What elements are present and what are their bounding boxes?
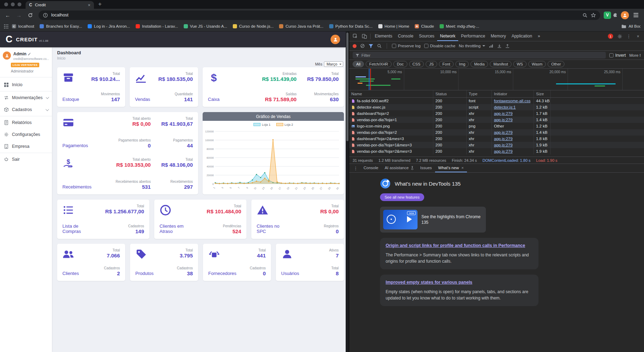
filter-chip-doc[interactable]: Doc	[393, 61, 407, 67]
sidebar-item-box[interactable]: Cadastros	[0, 104, 52, 116]
article-title-link[interactable]: Origin and script links for profile and …	[386, 243, 533, 249]
request-initiator[interactable]: app.js:279	[492, 110, 534, 117]
import-har-icon[interactable]	[497, 44, 502, 48]
search-icon[interactable]	[582, 13, 588, 18]
window-controls[interactable]	[0, 0, 26, 9]
network-request-row[interactable]: logo-icon-mini.png200pngOther1.2 kB	[349, 123, 644, 129]
tab-performance[interactable]: Performance	[458, 32, 488, 41]
close-window-icon[interactable]	[4, 2, 8, 6]
extension-v-icon[interactable]: V	[604, 12, 611, 19]
network-request-row[interactable]: detector-exec.js200scriptdetector.js:11.…	[349, 104, 644, 110]
request-name[interactable]: vendas-por-dia?loja=2	[349, 129, 433, 136]
network-request-row[interactable]: vendas-por-dia?loja=1200xhrapp.js:2791.4…	[349, 117, 644, 123]
bookmark-item[interactable]: Curso de Node.js...	[230, 23, 276, 29]
site-info-icon[interactable]	[43, 13, 48, 18]
initiator-text[interactable]: fontawesome-all.css	[494, 99, 530, 103]
filter-chip-manifest[interactable]: Manifest	[490, 61, 511, 67]
initiator-text[interactable]: app.js:279	[494, 137, 513, 141]
initiator-text[interactable]: app.js:279	[494, 143, 513, 147]
month-select[interactable]: Março	[324, 61, 343, 67]
network-request-row[interactable]: dashboard?loja=2&mes=3200xhrapp.js:2791.…	[349, 136, 644, 142]
drawer-tab-issues[interactable]: Issues	[417, 164, 435, 172]
devtools-menu-icon[interactable]: ⋮	[624, 34, 633, 39]
filter-chip-wasm[interactable]: Wasm	[528, 61, 546, 67]
edit-pencil-icon[interactable]	[28, 53, 31, 56]
network-request-row[interactable]: dashboard?loja=2200xhrapp.js:2791.7 kB	[349, 110, 644, 117]
filter-chip-fetchxhr[interactable]: Fetch/XHR	[366, 61, 392, 67]
scrollbar-thumb[interactable]	[346, 33, 348, 141]
tab-console[interactable]: Console	[395, 32, 416, 41]
settings-gear-icon[interactable]	[615, 32, 624, 41]
address-bar[interactable]: localhost	[39, 11, 600, 20]
highlights-thumbnail[interactable]: new	[383, 210, 418, 229]
reload-icon[interactable]	[25, 13, 35, 18]
header-avatar[interactable]	[331, 35, 340, 44]
request-name[interactable]: detector-exec.js	[349, 104, 433, 110]
close-devtools-icon[interactable]: ×	[633, 32, 643, 41]
profile-avatar[interactable]	[621, 11, 629, 19]
request-initiator[interactable]: fontawesome-all.css	[492, 98, 534, 104]
request-initiator[interactable]: app.js:279	[492, 136, 534, 142]
bookmark-item[interactable]: Log in - Jira Anron...	[85, 23, 133, 29]
minimize-window-icon[interactable]	[11, 2, 15, 6]
filter-chip-other[interactable]: Other	[548, 61, 564, 67]
sidebar-item-home[interactable]: Início	[0, 79, 52, 91]
more-tabs-button[interactable]: »	[535, 32, 543, 41]
sidebar-item-building[interactable]: Empresa	[0, 140, 52, 152]
request-initiator[interactable]: app.js:279	[492, 117, 534, 123]
all-bookmarks-folder[interactable]: All Bookmarks	[621, 24, 640, 29]
column-header-status[interactable]: Status	[433, 90, 467, 97]
network-request-row[interactable]: vendas-por-dia?loja=2200xhrapp.js:2791.4…	[349, 129, 644, 136]
column-header-name[interactable]: Name	[349, 90, 433, 97]
export-har-icon[interactable]	[505, 44, 510, 48]
see-all-features-button[interactable]: See all new features	[380, 193, 424, 201]
drawer-menu-icon[interactable]: ⋮	[351, 166, 360, 171]
back-icon[interactable]: ←	[3, 12, 13, 18]
tab-sources[interactable]: Sources	[416, 32, 437, 41]
device-toolbar-icon[interactable]	[360, 32, 369, 41]
request-initiator[interactable]: app.js:279	[492, 142, 534, 148]
filter-chip-css[interactable]: CSS	[409, 61, 424, 67]
initiator-text[interactable]: detector.js:1	[494, 105, 516, 109]
network-search-icon[interactable]	[377, 43, 382, 48]
inspect-element-icon[interactable]	[351, 32, 360, 41]
network-overview-timeline[interactable]: 5,000 ms10,000 ms15,000 ms20,000 ms25,00…	[349, 69, 644, 90]
bookmark-item[interactable]: Curso Java na Prát...	[277, 23, 326, 29]
column-header-type[interactable]: Type	[467, 90, 492, 97]
bookmark-item[interactable]: Home | Home	[376, 23, 412, 29]
column-header-initiator[interactable]: Initiator	[492, 90, 534, 97]
filter-chip-js[interactable]: JS	[426, 61, 437, 67]
request-initiator[interactable]: detector.js:1	[492, 104, 534, 110]
bookmark-item[interactable]: Vue JS - Usando A...	[181, 23, 230, 29]
request-name[interactable]: dashboard?loja=2	[349, 110, 433, 117]
preserve-log-checkbox[interactable]: Preserve log	[392, 44, 421, 48]
request-name[interactable]: logo-icon-mini.png	[349, 123, 433, 129]
tab-network[interactable]: Network	[437, 32, 458, 41]
bookmark-item[interactable]: Branches for Easy...	[37, 23, 84, 29]
request-name[interactable]: vendas-por-dia?loja=1&mes=3	[349, 142, 433, 148]
request-name[interactable]: dashboard?loja=2&mes=3	[349, 136, 433, 142]
drawer-tab-what-s-new[interactable]: What's new×	[435, 164, 467, 172]
filter-chip-font[interactable]: Font	[439, 61, 454, 67]
filter-chip-img[interactable]: Img	[455, 61, 469, 67]
sidebar-item-gear[interactable]: Configurações	[0, 129, 52, 140]
clear-network-icon[interactable]	[360, 43, 365, 48]
maximize-window-icon[interactable]	[18, 2, 21, 6]
column-header-size[interactable]: Size	[534, 90, 551, 97]
close-icon[interactable]: ×	[461, 166, 464, 170]
request-initiator[interactable]: app.js:279	[492, 129, 534, 136]
network-request-row[interactable]: vendas-por-dia?loja=2&mes=3200xhrapp.js:…	[349, 148, 644, 154]
sidebar-item-exchange[interactable]: Movimentações	[0, 92, 52, 104]
filter-chip-all[interactable]: All	[353, 61, 364, 67]
drawer-tab-ai-assistance[interactable]: AI assistance	[381, 164, 417, 172]
disable-cache-checkbox[interactable]: Disable cache	[424, 44, 455, 48]
highlights-card[interactable]: new See the highlights from Chrome 135	[380, 207, 486, 233]
legend-item-loja-1[interactable]: Loja 1	[253, 123, 271, 126]
network-filter-input[interactable]: Filter	[353, 52, 606, 58]
filter-funnel-icon[interactable]	[368, 44, 373, 48]
tab-memory[interactable]: Memory	[488, 32, 509, 41]
request-name[interactable]: vendas-por-dia?loja=1	[349, 117, 433, 123]
request-initiator[interactable]: app.js:279	[492, 148, 534, 154]
legend-item-loja-2[interactable]: Loja 2	[276, 123, 293, 126]
error-badge[interactable]: 1	[608, 34, 613, 39]
